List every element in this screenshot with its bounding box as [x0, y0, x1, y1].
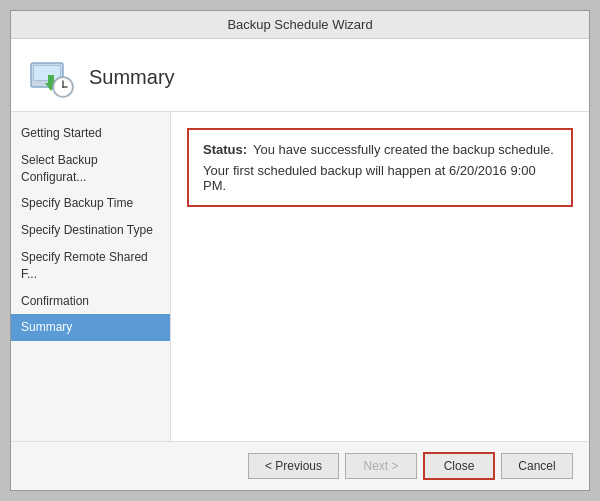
title-bar: Backup Schedule Wizard	[11, 11, 589, 39]
sidebar-item-summary[interactable]: Summary	[11, 314, 170, 341]
sidebar-item-remote-shared[interactable]: Specify Remote Shared F...	[11, 244, 170, 288]
wizard-icon	[27, 53, 75, 101]
wizard-window: Backup Schedule Wizard	[10, 10, 590, 491]
sidebar-item-select-backup[interactable]: Select Backup Configurat...	[11, 147, 170, 191]
svg-rect-2	[34, 66, 60, 80]
sidebar-item-destination-type[interactable]: Specify Destination Type	[11, 217, 170, 244]
content-area: Summary Getting Started Select Backup Co…	[11, 39, 589, 441]
cancel-button[interactable]: Cancel	[501, 453, 573, 479]
next-button[interactable]: Next >	[345, 453, 417, 479]
header-section: Summary	[11, 39, 589, 112]
main-content: Status: You have successfully created th…	[171, 112, 589, 441]
svg-point-9	[62, 86, 64, 88]
status-line1: You have successfully created the backup…	[253, 142, 554, 157]
sidebar-item-specify-time[interactable]: Specify Backup Time	[11, 190, 170, 217]
window-title: Backup Schedule Wizard	[227, 17, 372, 32]
main-section: Getting Started Select Backup Configurat…	[11, 112, 589, 441]
status-box: Status: You have successfully created th…	[187, 128, 573, 207]
sidebar-item-getting-started[interactable]: Getting Started	[11, 120, 170, 147]
previous-button[interactable]: < Previous	[248, 453, 339, 479]
status-line2: Your first scheduled backup will happen …	[203, 163, 557, 193]
sidebar: Getting Started Select Backup Configurat…	[11, 112, 171, 441]
footer: < Previous Next > Close Cancel	[11, 441, 589, 490]
status-label: Status:	[203, 142, 247, 157]
status-row-1: Status: You have successfully created th…	[203, 142, 557, 157]
status-row-2: Your first scheduled backup will happen …	[203, 163, 557, 193]
page-title: Summary	[89, 66, 175, 89]
sidebar-item-confirmation[interactable]: Confirmation	[11, 288, 170, 315]
close-button[interactable]: Close	[423, 452, 495, 480]
